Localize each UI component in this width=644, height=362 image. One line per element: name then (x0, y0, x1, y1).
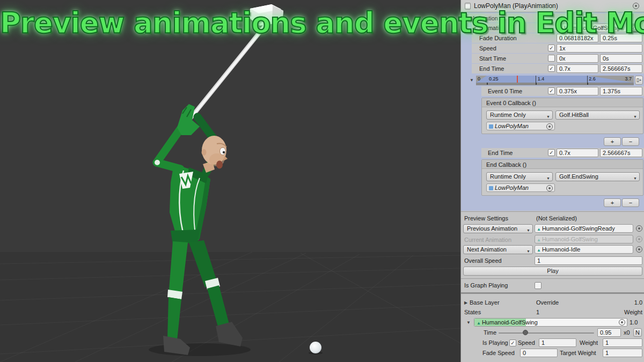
timeline-ruler (476, 83, 634, 85)
overall-speed-label: Overall Speed (464, 256, 502, 265)
state-weight-field[interactable]: 1 (603, 338, 642, 347)
event-timeline[interactable]: 0 0.25 1.4 2.6 3.7 (476, 76, 634, 83)
states-weight-header: Weight (611, 308, 642, 316)
end-time2-normalized-field[interactable]: 0.7x (557, 149, 598, 157)
preview-settings-title: Preview Settings (464, 214, 508, 223)
end-method-dropdown[interactable]: Golf.EndSwing▼ (555, 172, 640, 181)
start-time-seconds-field[interactable]: 0s (600, 54, 642, 63)
event0-callback-box: Event 0 Callback () Runtime Only▼ Golf.H… (481, 98, 643, 134)
timeline-event-marker[interactable] (536, 76, 536, 83)
scene-render (0, 0, 460, 362)
add-event-button[interactable]: ▯+ (635, 76, 643, 85)
fade-speed-label: Fade Speed (482, 349, 515, 357)
events-foldout-icon[interactable]: ▼ (470, 78, 474, 83)
timeline-active-region (476, 76, 634, 83)
end-time2-label: End Time (488, 149, 513, 157)
object-picker-icon[interactable] (619, 319, 625, 326)
object-picker-icon[interactable] (636, 225, 642, 232)
base-layer-mode: Override (536, 298, 559, 307)
timeline-tick-4: 3.7 (625, 76, 632, 83)
state-foldout-icon[interactable]: ▼ (466, 320, 471, 325)
end-event-remove-button[interactable]: − (622, 198, 639, 207)
dropdown-arrow-icon: ▼ (633, 174, 637, 181)
object-picker-icon (636, 236, 642, 242)
caption-text: Preview animations and events in Edit Mo… (0, 6, 644, 39)
event-add-button[interactable]: + (604, 137, 621, 146)
event0-time-label: Event 0 Time (488, 87, 522, 95)
dropdown-arrow-icon: ▼ (546, 174, 550, 181)
time-value-field[interactable]: 0.95 (597, 328, 621, 337)
previous-animation-dropdown[interactable]: Previous Animation▼ (463, 224, 533, 233)
base-layer-label: Base Layer (470, 298, 500, 307)
base-layer-weight: 1.0 (622, 298, 642, 307)
is-playing-checkbox[interactable]: ✓ (509, 339, 516, 346)
end-time-checkbox[interactable]: ✓ (548, 65, 555, 72)
start-time-normalized-field[interactable]: 0x (557, 54, 598, 63)
time-wrap-count: x0 (624, 328, 630, 337)
event0-method-dropdown[interactable]: Golf.HitBall▼ (555, 110, 640, 120)
state-speed-label: Speed (518, 338, 535, 347)
end-time-normalized-field[interactable]: 0.7x (557, 64, 598, 73)
object-picker-icon[interactable] (636, 246, 642, 253)
start-time-label: Start Time (479, 54, 506, 63)
state-name-rest: -GolfSwing (509, 319, 538, 326)
event0-mode-dropdown[interactable]: Runtime Only▼ (486, 110, 553, 120)
next-animation-field[interactable]: ▲Humanoid-Idle (535, 245, 633, 254)
object-picker-icon[interactable] (546, 123, 553, 130)
is-graph-playing-checkbox[interactable] (535, 282, 541, 289)
scene-viewport[interactable] (0, 0, 460, 362)
event0-normalized-field[interactable]: 0.375x (557, 87, 598, 95)
states-label: States (464, 308, 481, 316)
end-time-seconds-field[interactable]: 2.566667s (600, 64, 642, 73)
end-event-add-button[interactable]: + (604, 198, 621, 207)
is-graph-playing-label: Is Graph Playing (464, 281, 508, 290)
dropdown-arrow-icon: ▼ (546, 113, 550, 120)
event0-seconds-field[interactable]: 1.375s (600, 87, 642, 95)
object-picker-icon[interactable] (546, 185, 553, 191)
event0-target-field[interactable]: LowPolyMan (486, 122, 555, 130)
state-object-field[interactable]: ▲Humanoid-GolfSwing (474, 318, 627, 327)
timeline-current-time-marker[interactable] (517, 76, 518, 83)
time-normalize-button[interactable]: N (633, 328, 642, 337)
state-speed-field[interactable]: 1 (539, 338, 576, 347)
animation-clip-icon: ▲ (477, 321, 481, 326)
inspector-panel: LowPolyMan (PlayAnimation) Animation ▼ A… (460, 0, 644, 362)
play-button[interactable]: Play (463, 267, 642, 276)
previous-animation-field[interactable]: ▲Humanoid-GolfSwingReady (535, 224, 633, 233)
timeline-end-marker[interactable] (587, 76, 588, 83)
base-layer-foldout-icon[interactable]: ▶ (464, 300, 467, 305)
dropdown-arrow-icon: ▼ (526, 226, 530, 233)
target-weight-label: Target Weight (560, 349, 596, 357)
next-animation-dropdown[interactable]: Next Animation▼ (463, 245, 533, 254)
end-target-field[interactable]: LowPolyMan (486, 183, 555, 192)
state-name-highlight: Humanoid (482, 319, 509, 326)
speed-field[interactable]: 1x (557, 44, 642, 53)
end-mode-dropdown[interactable]: Runtime Only▼ (486, 172, 553, 181)
time-slider-handle[interactable] (523, 330, 528, 335)
event-remove-button[interactable]: − (622, 137, 639, 146)
animation-clip-icon: ▲ (537, 248, 541, 253)
end-callback-box: End Callback () Runtime Only▼ Golf.EndSw… (481, 159, 643, 196)
gameobject-icon (489, 124, 493, 129)
time-slider-track[interactable] (499, 333, 594, 334)
unity-editor: LowPolyMan (PlayAnimation) Animation ▼ A… (0, 0, 644, 362)
dropdown-arrow-icon: ▼ (526, 247, 530, 254)
end-time-label: End Time (479, 64, 504, 73)
target-weight-field[interactable]: 1 (603, 349, 642, 357)
state-weight: 1.0 (630, 318, 638, 327)
timeline-tick-0: 0 (478, 76, 480, 83)
fade-speed-field[interactable]: 0 (520, 349, 558, 357)
event0-callback-header: Event 0 Callback () (486, 99, 536, 107)
speed-checkbox[interactable]: ✓ (548, 45, 555, 51)
start-time-checkbox[interactable] (548, 55, 555, 62)
gameobject-icon (489, 186, 493, 190)
preview-settings-note: (Not Serialized) (536, 214, 577, 223)
animation-clip-icon: ▲ (537, 238, 541, 242)
event0-time-checkbox[interactable]: ✓ (548, 87, 555, 94)
speed-label: Speed (479, 44, 496, 53)
overall-speed-field[interactable]: 1 (535, 256, 642, 265)
end-time2-seconds-field[interactable]: 2.566667s (600, 149, 642, 157)
states-count: 1 (536, 308, 539, 316)
end-time2-checkbox[interactable]: ✓ (548, 149, 555, 156)
current-animation-label: Current Animation (464, 235, 511, 244)
